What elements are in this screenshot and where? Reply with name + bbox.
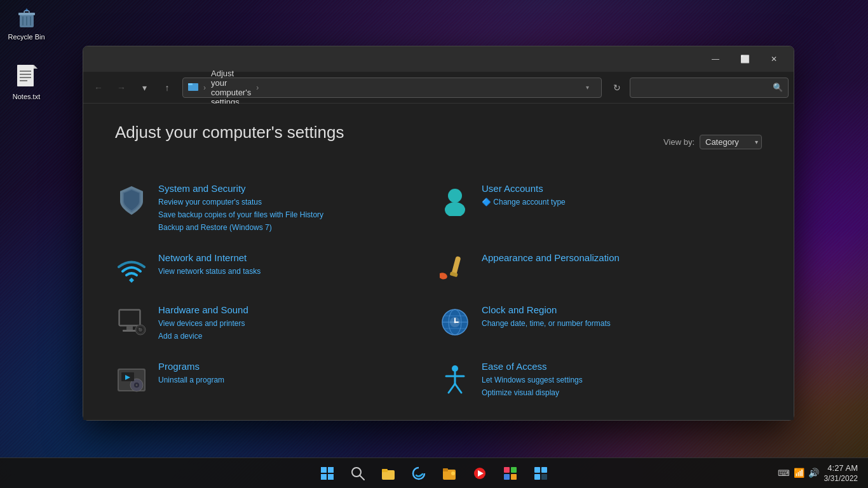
taskbar-start-button[interactable] (313, 459, 341, 487)
svg-point-42 (136, 384, 138, 386)
view-by-wrapper: Category Large icons Small icons ▾ (700, 135, 762, 149)
desktop-icon-notes[interactable]: Notes.txt (3, 62, 50, 103)
taskbar-settings-button[interactable] (527, 459, 555, 487)
svg-rect-22 (120, 311, 139, 325)
user-accounts-icon (438, 184, 471, 217)
category-hardware-sound: Hardware and Sound View devices and prin… (115, 295, 438, 352)
system-security-link-1[interactable]: Review your computer's status (158, 196, 426, 208)
system-tray-icons: ⌨ 📶 🔊 (778, 468, 819, 478)
svg-point-60 (451, 471, 455, 475)
address-separator-2: › (256, 83, 259, 92)
up-button[interactable]: ↑ (157, 78, 177, 98)
clock-region-link-1[interactable]: Change date, time, or number formats (482, 318, 749, 329)
category-appearance: Appearance and Personalization (438, 243, 762, 295)
ease-access-link-1[interactable]: Let Windows suggest settings (482, 374, 749, 386)
ease-access-icon (438, 362, 471, 395)
hardware-sound-content: Hardware and Sound View devices and prin… (158, 304, 426, 343)
taskbar-edge-button[interactable] (405, 459, 433, 487)
desktop-icon-recycle-bin[interactable]: Recycle Bin (3, 3, 50, 43)
appearance-content: Appearance and Personalization (482, 252, 749, 266)
svg-line-49 (455, 384, 461, 393)
system-security-link-3[interactable]: Backup and Restore (Windows 7) (158, 222, 426, 233)
refresh-button[interactable]: ↻ (607, 78, 627, 98)
taskbar-clock[interactable]: 4:27 AM 3/31/2022 (824, 463, 858, 483)
svg-line-48 (449, 384, 455, 393)
system-security-title[interactable]: System and Security (158, 183, 426, 194)
taskbar-file-explorer-button[interactable] (374, 459, 402, 487)
svg-rect-53 (328, 474, 334, 480)
category-network-internet: Network and Internet View network status… (115, 243, 438, 295)
explorer-window: — ⬜ ✕ ← → ▾ ↑ › Adjust your computer's s… (83, 46, 794, 421)
system-security-icon (115, 184, 148, 217)
network-tray-icon[interactable]: 📶 (794, 468, 804, 478)
address-path: Adjust your computer's settings (211, 69, 251, 107)
search-input[interactable] (635, 83, 769, 92)
address-bar[interactable]: › Adjust your computer's settings › ▾ (182, 78, 602, 98)
title-bar: — ⬜ ✕ (83, 46, 794, 72)
svg-point-28 (139, 328, 140, 329)
taskbar-folder-button[interactable] (435, 459, 463, 487)
taskbar-search-button[interactable] (344, 459, 372, 487)
address-separator-1: › (203, 83, 206, 92)
back-button[interactable]: ← (88, 78, 109, 98)
keyboard-icon: ⌨ (778, 468, 790, 478)
page-title: Adjust your computer's settings (115, 123, 344, 142)
categories-grid: System and Security Review your computer… (115, 174, 762, 409)
svg-rect-51 (328, 467, 334, 473)
taskbar-media-button[interactable] (466, 459, 494, 487)
network-internet-link-1[interactable]: View network status and tasks (158, 266, 426, 277)
hardware-sound-link-2[interactable]: Add a device (158, 330, 426, 342)
programs-title[interactable]: Programs (158, 361, 426, 372)
programs-link-1[interactable]: Uninstall a program (158, 374, 426, 386)
recycle-bin-label: Recycle Bin (8, 33, 44, 41)
svg-rect-5 (24, 11, 29, 13)
hardware-sound-icon (115, 306, 148, 339)
close-button[interactable]: ✕ (759, 49, 789, 69)
svg-rect-63 (504, 467, 510, 473)
user-accounts-title[interactable]: User Accounts (482, 183, 749, 194)
minimize-button[interactable]: — (701, 49, 730, 69)
hardware-sound-link-1[interactable]: View devices and printers (158, 318, 426, 329)
search-bar[interactable]: 🔍 (630, 78, 789, 98)
system-security-link-2[interactable]: Save backup copies of your files with Fi… (158, 209, 426, 220)
svg-rect-68 (541, 467, 547, 473)
maximize-button[interactable]: ⬜ (730, 49, 759, 69)
ease-access-title[interactable]: Ease of Access (482, 361, 749, 372)
recycle-bin-icon (14, 5, 39, 30)
notes-icon (14, 65, 39, 90)
content-area: Adjust your computer's settings View by:… (83, 104, 794, 420)
svg-rect-65 (504, 474, 510, 480)
desktop: Recycle Bin Notes.txt — ⬜ ✕ (0, 0, 868, 488)
toolbar: ← → ▾ ↑ › Adjust your computer's setting… (83, 72, 794, 104)
hardware-sound-title[interactable]: Hardware and Sound (158, 304, 426, 315)
user-accounts-link-1[interactable]: 🔷 Change account type (482, 196, 749, 208)
time-display: 4:27 AM (824, 463, 858, 474)
system-security-content: System and Security Review your computer… (158, 183, 426, 234)
address-dropdown-button[interactable]: ▾ (586, 84, 596, 91)
category-user-accounts: User Accounts 🔷 Change account type (438, 174, 762, 243)
clock-region-title[interactable]: Clock and Region (482, 304, 749, 315)
svg-rect-57 (382, 469, 388, 472)
category-system-security: System and Security Review your computer… (115, 174, 438, 243)
network-internet-content: Network and Internet View network status… (158, 252, 426, 278)
network-internet-title[interactable]: Network and Internet (158, 252, 426, 263)
svg-line-55 (360, 475, 364, 480)
forward-button[interactable]: → (111, 78, 132, 98)
category-ease-access: Ease of Access Let Windows suggest setti… (438, 352, 762, 409)
view-by-container: View by: Category Large icons Small icon… (663, 135, 762, 149)
appearance-title[interactable]: Appearance and Personalization (482, 252, 749, 263)
ease-access-link-2[interactable]: Optimize visual display (482, 387, 749, 398)
volume-icon[interactable]: 🔊 (808, 468, 819, 478)
taskbar-store-button[interactable] (496, 459, 524, 487)
search-icon: 🔍 (773, 83, 783, 92)
svg-point-19 (440, 272, 448, 280)
svg-point-37 (454, 322, 456, 323)
view-by-select[interactable]: Category Large icons Small icons (700, 135, 762, 149)
svg-point-17 (445, 202, 465, 216)
category-clock-region: Clock and Region Change date, time, or n… (438, 295, 762, 352)
header-row: Adjust your computer's settings View by:… (115, 123, 762, 161)
svg-rect-23 (126, 326, 133, 330)
svg-rect-66 (511, 474, 517, 480)
category-programs: Programs Uninstall a program (115, 352, 438, 409)
recent-button[interactable]: ▾ (134, 78, 154, 98)
